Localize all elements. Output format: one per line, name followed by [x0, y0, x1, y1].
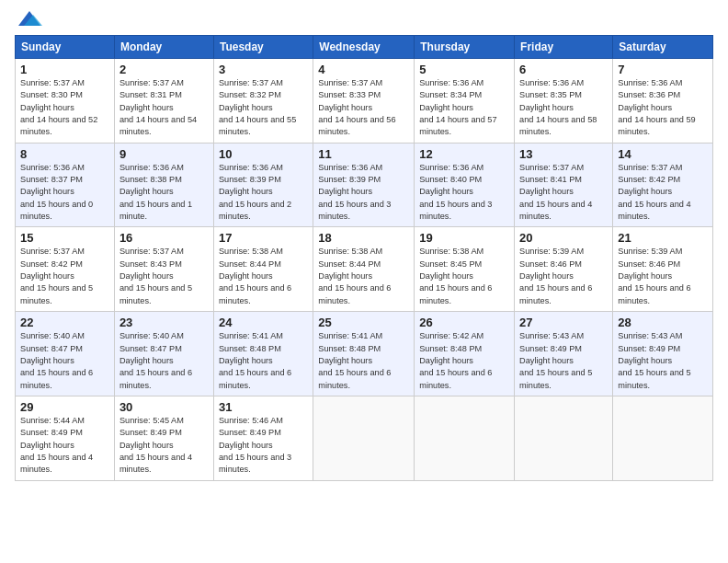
- day-info: Sunrise: 5:38 AMSunset: 8:44 PMDaylight …: [219, 246, 308, 307]
- calendar-cell: 1Sunrise: 5:37 AMSunset: 8:30 PMDaylight…: [16, 59, 115, 144]
- day-number: 31: [219, 400, 308, 414]
- header-row: SundayMondayTuesdayWednesdayThursdayFrid…: [16, 36, 713, 59]
- calendar-cell: 17Sunrise: 5:38 AMSunset: 8:44 PMDayligh…: [213, 227, 313, 312]
- col-header-saturday: Saturday: [613, 36, 713, 59]
- day-number: 16: [119, 231, 209, 245]
- calendar-cell: 19Sunrise: 5:38 AMSunset: 8:45 PMDayligh…: [415, 227, 515, 312]
- day-info: Sunrise: 5:37 AMSunset: 8:42 PMDaylight …: [20, 246, 109, 307]
- calendar-cell: [313, 396, 415, 480]
- calendar-cell: 25Sunrise: 5:41 AMSunset: 8:48 PMDayligh…: [313, 312, 415, 396]
- logo-area: [15, 9, 42, 29]
- week-row-5: 29Sunrise: 5:44 AMSunset: 8:49 PMDayligh…: [16, 396, 713, 480]
- calendar-cell: 10Sunrise: 5:36 AMSunset: 8:39 PMDayligh…: [213, 143, 313, 227]
- day-number: 2: [119, 63, 209, 76]
- day-info: Sunrise: 5:42 AMSunset: 8:48 PMDaylight …: [419, 330, 509, 392]
- calendar-cell: 9Sunrise: 5:36 AMSunset: 8:38 PMDaylight…: [114, 143, 213, 227]
- day-info: Sunrise: 5:44 AMSunset: 8:49 PMDaylight …: [20, 415, 109, 477]
- day-info: Sunrise: 5:36 AMSunset: 8:37 PMDaylight …: [20, 162, 109, 224]
- day-info: Sunrise: 5:36 AMSunset: 8:36 PMDaylight …: [618, 77, 708, 139]
- day-number: 7: [618, 63, 708, 76]
- calendar-cell: [515, 396, 613, 480]
- logo-icon: [17, 9, 42, 29]
- week-row-1: 1Sunrise: 5:37 AMSunset: 8:30 PMDaylight…: [16, 59, 713, 144]
- day-info: Sunrise: 5:46 AMSunset: 8:49 PMDaylight …: [219, 415, 308, 477]
- day-number: 11: [318, 147, 409, 161]
- calendar-cell: 24Sunrise: 5:41 AMSunset: 8:48 PMDayligh…: [213, 312, 313, 396]
- day-info: Sunrise: 5:38 AMSunset: 8:44 PMDaylight …: [318, 246, 409, 307]
- day-number: 21: [618, 231, 708, 245]
- day-number: 9: [119, 147, 209, 161]
- calendar-cell: 22Sunrise: 5:40 AMSunset: 8:47 PMDayligh…: [16, 312, 115, 396]
- day-info: Sunrise: 5:40 AMSunset: 8:47 PMDaylight …: [20, 330, 109, 392]
- calendar-cell: 28Sunrise: 5:43 AMSunset: 8:49 PMDayligh…: [613, 312, 713, 396]
- calendar-cell: 21Sunrise: 5:39 AMSunset: 8:46 PMDayligh…: [613, 227, 713, 312]
- week-row-4: 22Sunrise: 5:40 AMSunset: 8:47 PMDayligh…: [16, 312, 713, 396]
- day-info: Sunrise: 5:36 AMSunset: 8:38 PMDaylight …: [119, 162, 209, 224]
- week-row-3: 15Sunrise: 5:37 AMSunset: 8:42 PMDayligh…: [16, 227, 713, 312]
- calendar-cell: 29Sunrise: 5:44 AMSunset: 8:49 PMDayligh…: [16, 396, 115, 480]
- day-number: 24: [219, 316, 308, 329]
- day-number: 23: [119, 316, 209, 329]
- day-number: 15: [20, 231, 109, 245]
- day-info: Sunrise: 5:43 AMSunset: 8:49 PMDaylight …: [519, 330, 608, 392]
- day-number: 25: [318, 316, 409, 329]
- calendar-cell: 6Sunrise: 5:36 AMSunset: 8:35 PMDaylight…: [515, 59, 613, 144]
- day-number: 28: [618, 316, 708, 329]
- day-info: Sunrise: 5:36 AMSunset: 8:40 PMDaylight …: [419, 162, 509, 224]
- day-info: Sunrise: 5:37 AMSunset: 8:41 PMDaylight …: [519, 162, 608, 224]
- header: [15, 9, 713, 29]
- day-info: Sunrise: 5:36 AMSunset: 8:34 PMDaylight …: [419, 77, 509, 139]
- day-number: 30: [119, 400, 209, 414]
- calendar-cell: 8Sunrise: 5:36 AMSunset: 8:37 PMDaylight…: [16, 143, 115, 227]
- calendar-cell: 31Sunrise: 5:46 AMSunset: 8:49 PMDayligh…: [213, 396, 313, 480]
- calendar-cell: 18Sunrise: 5:38 AMSunset: 8:44 PMDayligh…: [313, 227, 415, 312]
- calendar-table: SundayMondayTuesdayWednesdayThursdayFrid…: [15, 35, 713, 481]
- day-number: 4: [318, 63, 409, 76]
- day-number: 10: [219, 147, 308, 161]
- page: SundayMondayTuesdayWednesdayThursdayFrid…: [0, 0, 728, 563]
- col-header-friday: Friday: [515, 36, 613, 59]
- calendar-cell: 13Sunrise: 5:37 AMSunset: 8:41 PMDayligh…: [515, 143, 613, 227]
- calendar-cell: 12Sunrise: 5:36 AMSunset: 8:40 PMDayligh…: [415, 143, 515, 227]
- day-number: 8: [20, 147, 109, 161]
- calendar-cell: 4Sunrise: 5:37 AMSunset: 8:33 PMDaylight…: [313, 59, 415, 144]
- col-header-wednesday: Wednesday: [313, 36, 415, 59]
- col-header-monday: Monday: [114, 36, 213, 59]
- col-header-thursday: Thursday: [415, 36, 515, 59]
- day-number: 1: [20, 63, 109, 76]
- day-info: Sunrise: 5:37 AMSunset: 8:33 PMDaylight …: [318, 77, 409, 139]
- calendar-cell: 5Sunrise: 5:36 AMSunset: 8:34 PMDaylight…: [415, 59, 515, 144]
- col-header-tuesday: Tuesday: [213, 36, 313, 59]
- calendar-cell: 16Sunrise: 5:37 AMSunset: 8:43 PMDayligh…: [114, 227, 213, 312]
- day-number: 12: [419, 147, 509, 161]
- day-info: Sunrise: 5:37 AMSunset: 8:42 PMDaylight …: [618, 162, 708, 224]
- day-info: Sunrise: 5:37 AMSunset: 8:31 PMDaylight …: [119, 77, 209, 139]
- calendar-cell: 11Sunrise: 5:36 AMSunset: 8:39 PMDayligh…: [313, 143, 415, 227]
- day-number: 22: [20, 316, 109, 329]
- calendar-cell: [415, 396, 515, 480]
- day-number: 14: [618, 147, 708, 161]
- day-info: Sunrise: 5:36 AMSunset: 8:39 PMDaylight …: [219, 162, 308, 224]
- calendar-cell: 23Sunrise: 5:40 AMSunset: 8:47 PMDayligh…: [114, 312, 213, 396]
- calendar-cell: 3Sunrise: 5:37 AMSunset: 8:32 PMDaylight…: [213, 59, 313, 144]
- day-info: Sunrise: 5:41 AMSunset: 8:48 PMDaylight …: [219, 330, 308, 392]
- calendar-cell: 30Sunrise: 5:45 AMSunset: 8:49 PMDayligh…: [114, 396, 213, 480]
- day-info: Sunrise: 5:38 AMSunset: 8:45 PMDaylight …: [419, 246, 509, 307]
- day-number: 27: [519, 316, 608, 329]
- day-number: 17: [219, 231, 308, 245]
- day-info: Sunrise: 5:37 AMSunset: 8:43 PMDaylight …: [119, 246, 209, 307]
- day-number: 13: [519, 147, 608, 161]
- day-info: Sunrise: 5:36 AMSunset: 8:39 PMDaylight …: [318, 162, 409, 224]
- day-info: Sunrise: 5:39 AMSunset: 8:46 PMDaylight …: [618, 246, 708, 307]
- day-info: Sunrise: 5:37 AMSunset: 8:32 PMDaylight …: [219, 77, 308, 139]
- day-info: Sunrise: 5:39 AMSunset: 8:46 PMDaylight …: [519, 246, 608, 307]
- day-info: Sunrise: 5:36 AMSunset: 8:35 PMDaylight …: [519, 77, 608, 139]
- calendar-cell: 20Sunrise: 5:39 AMSunset: 8:46 PMDayligh…: [515, 227, 613, 312]
- day-info: Sunrise: 5:45 AMSunset: 8:49 PMDaylight …: [119, 415, 209, 477]
- calendar-cell: 26Sunrise: 5:42 AMSunset: 8:48 PMDayligh…: [415, 312, 515, 396]
- day-number: 18: [318, 231, 409, 245]
- calendar-cell: 2Sunrise: 5:37 AMSunset: 8:31 PMDaylight…: [114, 59, 213, 144]
- day-number: 5: [419, 63, 509, 76]
- day-info: Sunrise: 5:43 AMSunset: 8:49 PMDaylight …: [618, 330, 708, 392]
- calendar-cell: 14Sunrise: 5:37 AMSunset: 8:42 PMDayligh…: [613, 143, 713, 227]
